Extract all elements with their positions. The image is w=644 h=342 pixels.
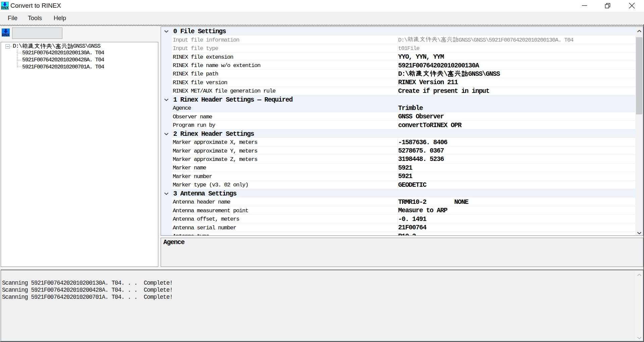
svg-text:RNX: RNX [1,6,8,10]
svg-text:RNX: RNX [2,33,9,37]
